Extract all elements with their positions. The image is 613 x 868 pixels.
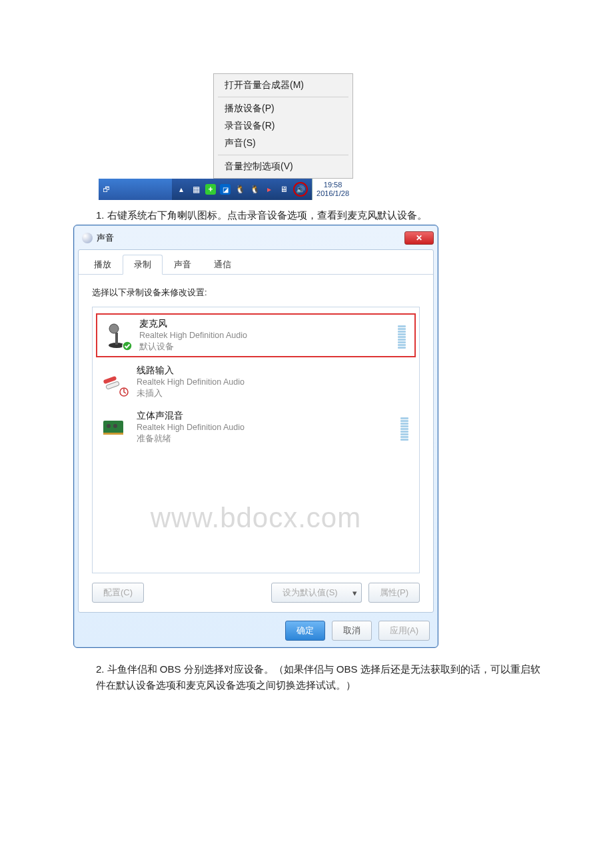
tab-bar: 播放 录制 声音 通信 — [79, 250, 433, 275]
device-status: 准备就绪 — [137, 433, 392, 445]
device-desc: Realtek High Definition Audio — [139, 330, 390, 341]
device-desc: Realtek High Definition Audio — [137, 377, 412, 388]
apply-button[interactable]: 应用(A) — [378, 621, 430, 641]
system-tray: ▴ ▦ + ◪ 🐧 🐧 ▸ 🖥 🔊 — [172, 182, 312, 197]
panel-label: 选择以下录制设备来修改设置: — [92, 287, 420, 299]
device-name: 立体声混音 — [137, 410, 392, 422]
instruction-2: 2. 斗鱼伴侣和 OBS 分别选择对应设备。（如果伴侣与 OBS 选择后还是无法… — [96, 661, 546, 693]
line-in-icon — [99, 367, 129, 397]
menu-item-sounds[interactable]: 声音(S) — [214, 135, 352, 152]
tray-icon[interactable]: 🖥 — [279, 184, 289, 195]
tray-icon[interactable]: ◪ — [220, 184, 231, 195]
device-stereo-mix[interactable]: 立体声混音 Realtek High Definition Audio 准备就绪 — [93, 405, 419, 450]
svg-point-11 — [113, 424, 117, 428]
set-default-dropdown[interactable]: ▾ — [348, 583, 362, 603]
sound-card-icon — [99, 413, 129, 442]
svg-rect-1 — [115, 333, 118, 345]
configure-button[interactable]: 配置(C) — [92, 583, 144, 603]
titlebar: 声音 ✕ — [78, 229, 434, 247]
clock-date: 2016/1/28 — [316, 189, 349, 198]
speaker-icon-highlighted[interactable]: 🔊 — [293, 182, 308, 197]
set-default-button[interactable]: 设为默认值(S) — [271, 583, 348, 603]
level-meter — [398, 322, 406, 349]
device-list: www.bdocx.com — [92, 307, 420, 573]
sound-dialog: 声音 ✕ 播放 录制 声音 通信 选择以下录制设备来修改设置: www.bdoc… — [73, 225, 438, 648]
menu-item-recording[interactable]: 录音设备(R) — [214, 117, 352, 135]
svg-rect-9 — [103, 433, 123, 435]
svg-point-10 — [107, 424, 111, 428]
instruction-1: 1. 右键系统右下角喇叭图标。点击录音设备选项，查看到麦克风默认设备。 — [96, 209, 546, 222]
device-desc: Realtek High Definition Audio — [137, 422, 392, 433]
tray-arrow-icon[interactable]: ▴ — [176, 184, 187, 195]
watermark: www.bdocx.com — [92, 502, 420, 534]
device-name: 麦克风 — [139, 318, 390, 330]
tab-communications[interactable]: 通信 — [203, 255, 243, 275]
device-status: 默认设备 — [139, 341, 390, 353]
tab-sounds[interactable]: 声音 — [163, 255, 203, 275]
level-meter — [400, 414, 408, 441]
tray-icon[interactable]: 🐧 — [235, 184, 245, 195]
tab-recording[interactable]: 录制 — [123, 255, 163, 275]
tray-icon[interactable]: 🐧 — [249, 184, 260, 195]
sound-icon — [82, 233, 93, 243]
clock[interactable]: 19:58 2016/1/28 — [312, 179, 353, 200]
context-menu: 打开音量合成器(M) 播放设备(P) 录音设备(R) 声音(S) 音量控制选项(… — [213, 73, 353, 179]
menu-item-playback[interactable]: 播放设备(P) — [214, 100, 352, 117]
dialog-title: 声音 — [97, 232, 404, 244]
menu-item-mixer[interactable]: 打开音量合成器(M) — [214, 77, 352, 94]
tray-icon[interactable]: + — [205, 184, 216, 195]
tab-playback[interactable]: 播放 — [83, 255, 123, 275]
device-name: 线路输入 — [137, 365, 412, 377]
device-line-in[interactable]: 线路输入 Realtek High Definition Audio 未插入 — [93, 359, 419, 405]
tray-icon[interactable]: ▸ — [264, 184, 275, 195]
svg-rect-8 — [103, 421, 123, 434]
tray-icon[interactable]: ▦ — [191, 184, 201, 195]
taskbar: 🗗 ▴ ▦ + ◪ 🐧 🐧 ▸ 🖥 🔊 19:58 2016/1/28 — [99, 179, 353, 200]
ok-button[interactable]: 确定 — [285, 621, 325, 641]
cancel-button[interactable]: 取消 — [332, 621, 372, 641]
clock-time: 19:58 — [316, 181, 349, 189]
device-microphone[interactable]: 麦克风 Realtek High Definition Audio 默认设备 — [95, 313, 416, 358]
device-status: 未插入 — [137, 388, 412, 399]
properties-button[interactable]: 属性(P) — [368, 583, 420, 603]
taskbar-screenshot: 打开音量合成器(M) 播放设备(P) 录音设备(R) 声音(S) 音量控制选项(… — [99, 73, 353, 200]
menu-item-volume-options[interactable]: 音量控制选项(V) — [214, 158, 352, 175]
close-button[interactable]: ✕ — [404, 231, 434, 245]
microphone-icon — [102, 321, 131, 350]
